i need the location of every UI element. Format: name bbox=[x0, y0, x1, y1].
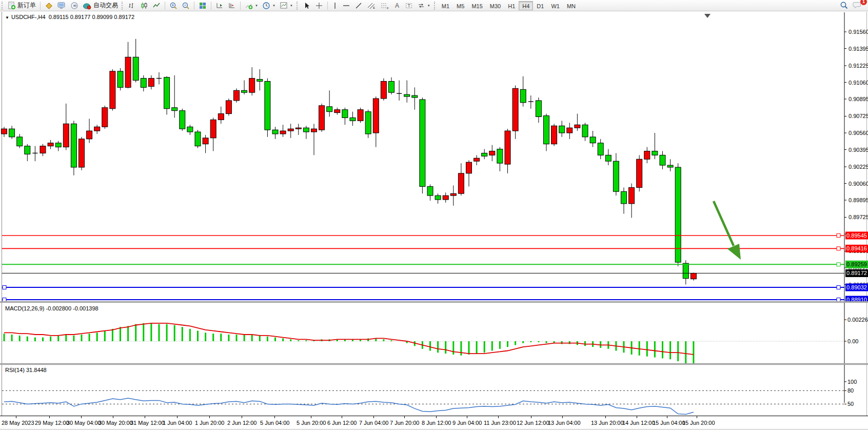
toolbar-grip[interactable] bbox=[2, 2, 4, 10]
horizontal-line-tool-button[interactable] bbox=[340, 1, 352, 11]
candlestick bbox=[9, 129, 15, 137]
timeframe-button-m15[interactable]: M15 bbox=[468, 1, 486, 10]
candlestick bbox=[55, 143, 61, 147]
candlestick bbox=[443, 196, 448, 200]
price-tick-label: 0.90725 bbox=[849, 113, 868, 119]
equidistant-channel-icon: E bbox=[367, 2, 376, 10]
cursor-tool-button[interactable] bbox=[301, 1, 313, 11]
candlestick bbox=[497, 149, 503, 164]
time-tick bbox=[342, 416, 342, 418]
candlestick bbox=[48, 143, 53, 146]
price-tick-label: 0.91225 bbox=[849, 63, 868, 69]
time-tick bbox=[637, 416, 637, 418]
text-tool-button[interactable]: A bbox=[391, 1, 403, 11]
macd-panel[interactable]: 0.0022660.00-0.003041 bbox=[0, 303, 868, 364]
text-label-tool-button[interactable]: T bbox=[403, 1, 415, 11]
timeframe-button-m1[interactable]: M1 bbox=[438, 1, 453, 10]
candlestick bbox=[660, 155, 665, 165]
time-axis-label: 11 Jun 23:00 bbox=[484, 420, 516, 426]
metaeditor-button[interactable] bbox=[55, 1, 68, 11]
mt4-application: 新订单 自动交易 bbox=[0, 0, 868, 430]
timeframe-button-h4[interactable]: H4 bbox=[519, 1, 533, 10]
time-axis-label: 7 Jun 20:00 bbox=[390, 420, 420, 426]
candlestick-chart-icon bbox=[140, 2, 148, 10]
chart-shift-marker[interactable] bbox=[704, 14, 711, 18]
timeframe-button-m5[interactable]: M5 bbox=[453, 1, 468, 10]
clock-icon bbox=[262, 2, 270, 10]
horizontal-line-object[interactable] bbox=[2, 263, 844, 266]
time-tick bbox=[373, 416, 374, 418]
price-line-label: 0.89172 bbox=[845, 269, 868, 277]
price-tick-label: 0.91395 bbox=[849, 46, 868, 52]
svg-text:F: F bbox=[387, 7, 389, 10]
candlestick bbox=[505, 131, 510, 164]
candlestick bbox=[474, 158, 480, 161]
candlestick bbox=[242, 90, 247, 92]
time-axis-label: 15 Jun 04:00 bbox=[653, 420, 685, 426]
toolbar-grip[interactable] bbox=[297, 2, 299, 10]
bar-chart-mode-button[interactable] bbox=[126, 1, 138, 11]
horizontal-line-object[interactable] bbox=[2, 286, 844, 289]
svg-text:0.89032: 0.89032 bbox=[846, 284, 867, 290]
templates-button[interactable]: ▼ bbox=[278, 1, 295, 11]
down-arrow-annotation[interactable] bbox=[714, 201, 741, 260]
trendline-tool-button[interactable] bbox=[352, 1, 365, 11]
fibonacci-tool-button[interactable]: F bbox=[378, 1, 391, 11]
indicators-button[interactable]: ▼ bbox=[243, 1, 260, 11]
svg-text:0.89172: 0.89172 bbox=[846, 270, 867, 276]
time-tick bbox=[404, 416, 405, 418]
marketplace-button[interactable] bbox=[43, 1, 55, 11]
notifications-button[interactable]: 1 bbox=[851, 1, 864, 11]
equidistant-channel-tool-button[interactable]: E bbox=[365, 1, 378, 11]
chart-shift-button[interactable] bbox=[226, 1, 238, 11]
vertical-line-tool-button[interactable] bbox=[330, 1, 340, 11]
signals-button[interactable] bbox=[68, 1, 81, 11]
candlestick-mode-button[interactable] bbox=[138, 1, 150, 11]
periods-button[interactable]: ▼ bbox=[260, 1, 278, 11]
candlestick bbox=[590, 137, 596, 143]
time-axis-label: 14 Jun 12:00 bbox=[622, 420, 655, 426]
time-axis[interactable]: 28 May 202329 May 12:0030 May 04:0030 Ma… bbox=[0, 416, 868, 429]
metaeditor-icon bbox=[57, 2, 66, 10]
candlestick bbox=[195, 132, 201, 146]
candlestick bbox=[203, 138, 208, 144]
timeframe-button-mn[interactable]: MN bbox=[563, 1, 579, 10]
time-axis-label: 30 May 04:00 bbox=[67, 420, 101, 426]
horizontal-line-object[interactable] bbox=[2, 233, 844, 237]
candlestick bbox=[63, 124, 69, 147]
notification-badge: 1 bbox=[860, 0, 867, 5]
zoom-in-button[interactable] bbox=[167, 1, 180, 11]
timeframe-button-d1[interactable]: D1 bbox=[533, 1, 547, 10]
crosshair-tool-button[interactable] bbox=[313, 1, 325, 11]
search-button[interactable] bbox=[838, 1, 851, 11]
rsi-panel[interactable]: 1008050150 bbox=[0, 365, 868, 415]
tile-windows-button[interactable] bbox=[196, 1, 209, 11]
timeframe-button-w1[interactable]: W1 bbox=[547, 1, 563, 10]
horizontal-line-icon bbox=[342, 2, 350, 10]
svg-text:A: A bbox=[395, 2, 399, 9]
time-tick bbox=[467, 416, 467, 418]
toolbar-grip[interactable] bbox=[122, 2, 124, 10]
line-chart-mode-button[interactable] bbox=[150, 1, 163, 11]
toolbar-grip[interactable] bbox=[434, 2, 437, 10]
crosshair-icon bbox=[315, 2, 323, 10]
autotrading-button[interactable]: 自动交易 bbox=[81, 1, 120, 11]
auto-scroll-button[interactable] bbox=[213, 1, 226, 11]
candlestick bbox=[2, 129, 7, 134]
zoom-out-button[interactable] bbox=[180, 1, 192, 11]
timeframe-button-m30[interactable]: M30 bbox=[486, 1, 504, 10]
candlestick bbox=[257, 80, 263, 82]
time-axis-label: 30 May 20:00 bbox=[98, 420, 133, 426]
price-tick-label: 0.90395 bbox=[849, 147, 868, 153]
new-order-button[interactable]: 新订单 bbox=[6, 1, 38, 11]
marketplace-icon bbox=[45, 2, 53, 10]
time-tick bbox=[697, 416, 697, 418]
timeframe-group: M1M5M15M30H1H4D1W1MN bbox=[438, 1, 579, 10]
arrows-tool-button[interactable]: ▼ bbox=[415, 1, 432, 11]
candlestick bbox=[226, 101, 231, 114]
timeframe-button-h1[interactable]: H1 bbox=[504, 1, 519, 10]
candlestick bbox=[25, 146, 30, 154]
time-axis-label: 2 Jun 12:00 bbox=[227, 420, 257, 426]
price-chart-panel[interactable]: 0.915600.913950.912250.910600.908950.907… bbox=[0, 12, 868, 303]
horizontal-line-object[interactable] bbox=[2, 247, 844, 250]
